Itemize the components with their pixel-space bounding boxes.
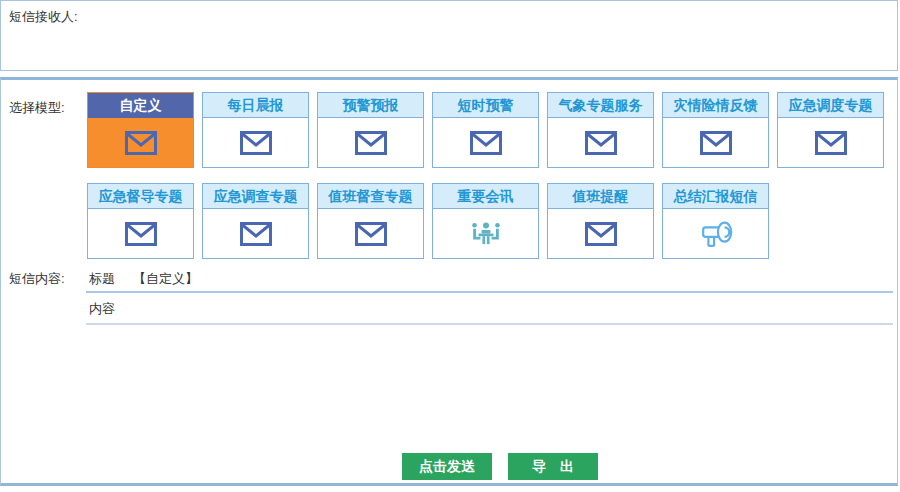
template-card-title: 预警预报 — [318, 93, 423, 118]
envelope-icon — [700, 131, 732, 155]
template-card-title: 短时预警 — [433, 93, 538, 118]
template-card-emergency-supervision[interactable]: 应急督导专题 — [87, 183, 194, 259]
megaphone-icon — [697, 218, 735, 250]
template-content-section: 选择模型: 自定义 每日晨报 预警预报 — [0, 77, 898, 486]
template-card-emergency-investigation[interactable]: 应急调查专题 — [202, 183, 309, 259]
template-card-weather-special[interactable]: 气象专题服务 — [547, 92, 654, 168]
title-row[interactable]: 标题 【自定义】 — [86, 266, 893, 293]
export-button[interactable]: 导 出 — [508, 453, 598, 480]
model-label: 选择模型: — [9, 99, 65, 117]
template-card-disaster-feedback[interactable]: 灾情险情反馈 — [662, 92, 769, 168]
template-card-duty-reminder[interactable]: 值班提醒 — [547, 183, 654, 259]
title-field-value: 【自定义】 — [133, 270, 198, 288]
envelope-icon — [240, 222, 272, 246]
envelope-icon — [355, 222, 387, 246]
recipients-input[interactable] — [89, 3, 895, 68]
recipients-section: 短信接收人: — [0, 0, 898, 71]
template-card-title: 自定义 — [88, 93, 193, 118]
envelope-icon — [355, 131, 387, 155]
template-card-title: 重要会讯 — [433, 184, 538, 209]
template-card-summary-report[interactable]: 总结汇报短信 — [662, 183, 769, 259]
envelope-icon — [240, 131, 272, 155]
sms-send-page: 短信接收人: 选择模型: 自定义 每日晨报 — [0, 0, 900, 492]
template-card-important-meeting[interactable]: 重要会讯 — [432, 183, 539, 259]
template-card-title: 应急调查专题 — [203, 184, 308, 209]
template-card-title: 总结汇报短信 — [663, 184, 768, 209]
template-card-title: 值班提醒 — [548, 184, 653, 209]
envelope-icon — [815, 131, 847, 155]
template-card-short-term-warning[interactable]: 短时预警 — [432, 92, 539, 168]
template-card-title: 应急调度专题 — [778, 93, 883, 118]
title-field-label: 标题 — [89, 270, 115, 288]
envelope-icon — [470, 131, 502, 155]
template-card-duty-inspection[interactable]: 值班督查专题 — [317, 183, 424, 259]
template-card-emergency-dispatch[interactable]: 应急调度专题 — [777, 92, 884, 168]
template-card-title: 每日晨报 — [203, 93, 308, 118]
template-card-title: 气象专题服务 — [548, 93, 653, 118]
meeting-icon — [468, 219, 504, 249]
template-card-title: 值班督查专题 — [318, 184, 423, 209]
content-row[interactable]: 内容 — [86, 295, 893, 325]
template-card-title: 应急督导专题 — [88, 184, 193, 209]
content-label: 短信内容: — [9, 270, 65, 288]
template-card-warning-forecast[interactable]: 预警预报 — [317, 92, 424, 168]
envelope-icon — [585, 131, 617, 155]
send-button[interactable]: 点击发送 — [402, 453, 492, 480]
template-card-title: 灾情险情反馈 — [663, 93, 768, 118]
template-card-daily-report[interactable]: 每日晨报 — [202, 92, 309, 168]
content-field-label: 内容 — [89, 300, 115, 318]
recipients-label: 短信接收人: — [9, 8, 78, 26]
envelope-icon — [585, 222, 617, 246]
template-card-custom[interactable]: 自定义 — [87, 92, 194, 168]
envelope-icon — [125, 222, 157, 246]
template-grid: 自定义 每日晨报 预警预报 — [87, 92, 884, 259]
envelope-icon — [125, 131, 157, 155]
